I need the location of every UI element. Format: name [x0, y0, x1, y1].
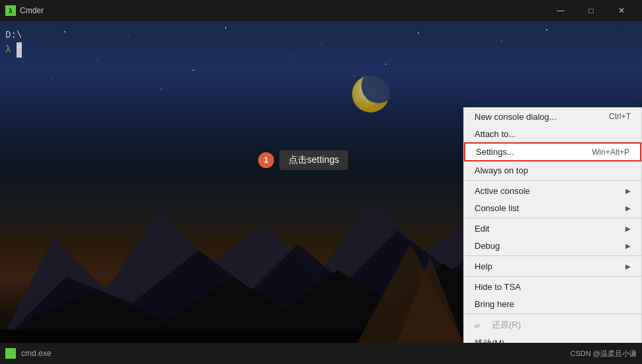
menu-item-new-console[interactable]: New console dialog... Ctrl+T: [464, 108, 641, 125]
menu-item-settings[interactable]: Settings... Win+Alt+P: [464, 142, 641, 161]
menu-label: Help: [475, 261, 492, 271]
terminal-area: D:\ λ 1 点击settings New console dialog...…: [0, 21, 642, 343]
status-right: CSDN @温柔且小谦: [571, 349, 637, 359]
menu-item-always-on-top[interactable]: Always on top: [464, 161, 641, 179]
window-controls: — □ ✕: [545, 0, 637, 21]
app-title: Cmder: [20, 6, 44, 15]
menu-separator-2: [464, 218, 641, 218]
menu-item-help[interactable]: Help ▶: [464, 257, 641, 275]
status-process: cmd.exe: [21, 349, 51, 358]
context-menu: New console dialog... Ctrl+T Attach to..…: [463, 107, 642, 343]
menu-label: New console dialog...: [475, 112, 557, 122]
submenu-arrow: ▶: [625, 205, 631, 212]
menu-label: Edit: [475, 224, 489, 234]
menu-shortcut: Ctrl+T: [609, 112, 631, 121]
submenu-arrow: ▶: [625, 187, 631, 195]
menu-label: Settings...: [476, 147, 514, 157]
terminal-line2: λ: [5, 42, 22, 57]
menu-item-active-console[interactable]: Active console ▶: [464, 182, 641, 199]
terminal-text: D:\ λ: [5, 28, 22, 58]
callout: 1 点击settings: [258, 150, 348, 170]
submenu-arrow: ▶: [625, 242, 631, 250]
submenu-arrow: ▶: [625, 225, 631, 232]
moon-decoration: [351, 74, 390, 114]
terminal-line1: D:\: [5, 28, 22, 42]
menu-label: Always on top: [475, 165, 528, 175]
watermark-text: CSDN @温柔且小谦: [571, 349, 637, 357]
menu-label: Hide to TSA: [475, 282, 521, 292]
menu-label: 还原(R): [492, 319, 521, 331]
menu-shortcut: Win+Alt+P: [592, 148, 629, 157]
status-app-icon: [5, 348, 16, 359]
menu-item-attach[interactable]: Attach to...: [464, 125, 641, 142]
menu-label: Console list: [475, 203, 519, 213]
menu-item-move[interactable]: 移动(M): [464, 334, 641, 343]
menu-label: Active console: [475, 186, 530, 196]
menu-item-edit[interactable]: Edit ▶: [464, 220, 641, 237]
menu-label: Bring here: [475, 299, 514, 309]
menu-separator-4: [464, 276, 641, 277]
menu-separator-3: [464, 255, 641, 256]
callout-badge: 1: [258, 152, 274, 168]
menu-item-bring-here[interactable]: Bring here: [464, 295, 641, 312]
menu-item-console-list[interactable]: Console list ▶: [464, 199, 641, 216]
app-icon: λ: [5, 5, 16, 16]
menu-item-restore: ▱ 还原(R): [464, 316, 641, 334]
terminal-prompt: λ: [5, 44, 17, 55]
menu-item-hide-tsa[interactable]: Hide to TSA: [464, 278, 641, 295]
close-button[interactable]: ✕: [606, 0, 637, 21]
minimize-button[interactable]: —: [545, 0, 576, 21]
status-left: cmd.exe: [5, 348, 51, 359]
menu-item-debug[interactable]: Debug ▶: [464, 237, 641, 254]
title-bar: λ Cmder — □ ✕: [0, 0, 642, 21]
menu-separator-1: [464, 180, 641, 181]
status-bar: cmd.exe CSDN @温柔且小谦: [0, 343, 642, 364]
restore-icon: ▱: [475, 322, 485, 329]
submenu-arrow: ▶: [625, 263, 631, 270]
maximize-button[interactable]: □: [576, 0, 606, 21]
menu-separator-5: [464, 314, 641, 314]
menu-label: Debug: [475, 241, 500, 251]
callout-text: 点击settings: [279, 150, 348, 170]
menu-label: 移动(M): [475, 338, 505, 343]
menu-label: Attach to...: [475, 129, 516, 139]
